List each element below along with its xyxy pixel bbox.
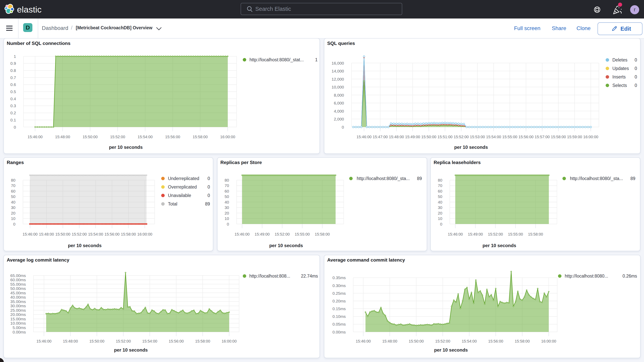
svg-text:15:47:00: 15:47:00 [373, 135, 388, 139]
svg-text:15:54:00: 15:54:00 [486, 135, 501, 139]
svg-text:15:48:00: 15:48:00 [39, 232, 54, 236]
svg-text:0: 0 [208, 184, 210, 190]
svg-text:0.00ms: 0.00ms [12, 330, 26, 334]
svg-text:0.05ms: 0.05ms [332, 322, 346, 326]
svg-text:15:56:00: 15:56:00 [518, 135, 534, 139]
svg-text:15:46:00: 15:46:00 [22, 232, 38, 236]
svg-text:0.20ms: 0.20ms [332, 299, 346, 303]
svg-text:Average command commit latency: Average command commit latency [327, 257, 405, 262]
svg-text:40: 40 [11, 200, 16, 204]
svg-text:15:54:00: 15:54:00 [142, 339, 157, 343]
svg-text:15:58:00: 15:58:00 [192, 135, 208, 139]
svg-text:15:46:00: 15:46:00 [448, 232, 463, 236]
svg-text:16:00:00: 16:00:00 [222, 339, 236, 343]
svg-text:12,000: 12,000 [332, 77, 344, 81]
svg-text:15:55:00: 15:55:00 [295, 232, 310, 236]
svg-text:16:00:00: 16:00:00 [541, 339, 556, 343]
svg-text:0.3: 0.3 [10, 104, 16, 108]
svg-text:http://localhost:8080/_stat...: http://localhost:8080/_stat... [250, 57, 304, 62]
svg-text:0.30ms: 0.30ms [332, 283, 346, 288]
svg-text:15:46:00: 15:46:00 [235, 232, 250, 236]
svg-text:65.00ms: 65.00ms [10, 273, 26, 278]
svg-text:50: 50 [225, 194, 229, 199]
svg-text:50: 50 [11, 194, 16, 199]
svg-text:0: 0 [208, 193, 210, 198]
svg-text:8,000: 8,000 [334, 93, 344, 97]
svg-text:2,000: 2,000 [334, 117, 344, 121]
svg-text:20: 20 [225, 211, 229, 215]
svg-text:15:55:00: 15:55:00 [502, 135, 517, 139]
svg-text:0: 0 [440, 222, 442, 226]
svg-text:15:58:00: 15:58:00 [528, 232, 543, 236]
svg-text:80: 80 [11, 178, 16, 182]
svg-text:15:52:00: 15:52:00 [488, 232, 503, 236]
svg-text:16:00:00: 16:00:00 [137, 232, 152, 236]
svg-text:0: 0 [634, 74, 637, 80]
svg-text:15:59:00: 15:59:00 [567, 135, 582, 139]
svg-text:25.00ms: 25.00ms [10, 308, 26, 312]
svg-text:30: 30 [11, 205, 16, 210]
svg-text:0: 0 [634, 58, 637, 62]
svg-text:10: 10 [438, 216, 442, 221]
svg-text:20.00ms: 20.00ms [10, 312, 26, 317]
svg-text:15:51:00: 15:51:00 [438, 135, 452, 139]
svg-text:15:54:00: 15:54:00 [462, 339, 477, 343]
svg-text:0: 0 [208, 176, 210, 181]
svg-text:Replica leaseholders: Replica leaseholders [434, 160, 481, 165]
svg-text:Replicas per Store: Replicas per Store [220, 160, 262, 165]
svg-text:per 10 seconds: per 10 seconds [269, 243, 303, 248]
svg-text:Total: Total [168, 202, 178, 206]
svg-text:0.15ms: 0.15ms [332, 306, 346, 311]
svg-text:15:48:00: 15:48:00 [63, 339, 78, 343]
svg-text:15:49:00: 15:49:00 [468, 232, 483, 236]
svg-text:10.00ms: 10.00ms [10, 321, 26, 326]
svg-text:Selects: Selects [612, 83, 627, 88]
svg-text:Deletes: Deletes [612, 58, 628, 62]
svg-text:15:52:00: 15:52:00 [116, 339, 131, 343]
svg-text:http://localhost:8080...: http://localhost:8080... [565, 274, 608, 278]
svg-text:Average log commit latency: Average log commit latency [7, 257, 70, 262]
svg-text:15:56:00: 15:56:00 [488, 339, 503, 343]
svg-text:per 10 seconds: per 10 seconds [114, 347, 148, 352]
svg-text:16,000: 16,000 [332, 61, 344, 65]
svg-text:89: 89 [417, 176, 422, 181]
svg-text:per 10 seconds: per 10 seconds [454, 144, 488, 150]
svg-text:0.9: 0.9 [10, 61, 16, 66]
svg-text:0: 0 [634, 66, 637, 71]
svg-text:Inserts: Inserts [612, 74, 626, 80]
svg-text:1: 1 [14, 54, 16, 58]
svg-text:15:50:00: 15:50:00 [82, 135, 98, 139]
svg-text:35.00ms: 35.00ms [10, 299, 26, 304]
svg-text:per 10 seconds: per 10 seconds [109, 144, 143, 150]
svg-text:15:58:00: 15:58:00 [514, 339, 530, 343]
svg-text:14,000: 14,000 [332, 69, 344, 73]
svg-text:Underreplicated: Underreplicated [168, 176, 199, 181]
svg-text:0: 0 [227, 222, 229, 226]
svg-text:60: 60 [11, 189, 16, 193]
svg-text:0.35ms: 0.35ms [332, 276, 346, 280]
svg-text:Ranges: Ranges [7, 160, 24, 165]
svg-text:15:48:00: 15:48:00 [389, 135, 404, 139]
svg-text:15:46:00: 15:46:00 [28, 135, 42, 139]
svg-text:15:48:00: 15:48:00 [382, 339, 397, 343]
svg-text:0.6: 0.6 [10, 82, 16, 87]
svg-text:15:46:00: 15:46:00 [356, 339, 371, 343]
svg-text:15:49:00: 15:49:00 [255, 232, 270, 236]
svg-text:per 10 seconds: per 10 seconds [68, 243, 102, 248]
svg-text:10: 10 [11, 216, 16, 221]
svg-text:15:58:00: 15:58:00 [551, 135, 566, 139]
svg-text:15:50:00: 15:50:00 [421, 135, 436, 139]
svg-text:0.5: 0.5 [10, 90, 16, 94]
svg-text:30: 30 [438, 205, 442, 210]
svg-text:45.00ms: 45.00ms [10, 291, 26, 295]
svg-text:15:52:00: 15:52:00 [275, 232, 290, 236]
svg-text:20: 20 [438, 211, 442, 215]
svg-text:10,000: 10,000 [332, 85, 344, 89]
svg-text:80: 80 [438, 178, 442, 182]
svg-text:15:46:00: 15:46:00 [356, 135, 372, 139]
svg-text:70: 70 [438, 183, 442, 188]
svg-text:40.00ms: 40.00ms [10, 295, 26, 299]
svg-text:15:52:00: 15:52:00 [454, 135, 469, 139]
svg-text:0.25ms: 0.25ms [332, 291, 346, 296]
svg-text:10: 10 [225, 216, 229, 221]
